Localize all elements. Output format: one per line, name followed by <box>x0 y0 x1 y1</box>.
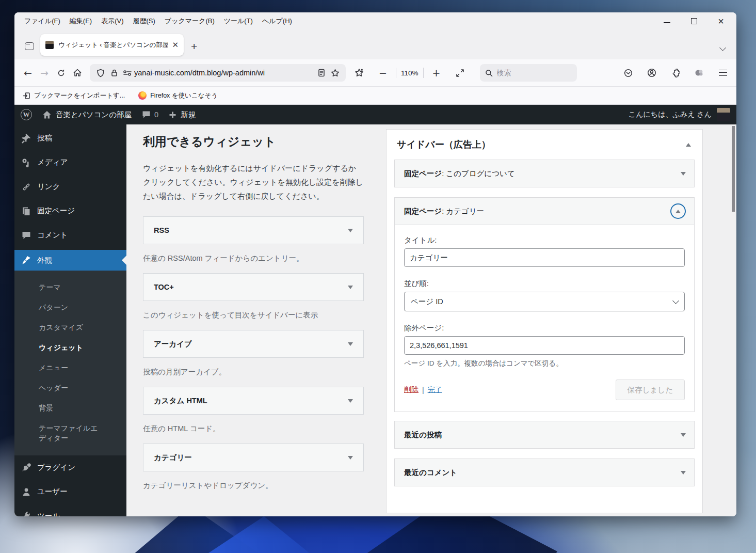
done-link[interactable]: 完了 <box>428 385 442 394</box>
collapse-toggle-focused[interactable] <box>670 203 686 219</box>
submenu-customize[interactable]: カスタマイズ <box>14 318 126 338</box>
comments-count: 0 <box>154 110 158 119</box>
menu-appearance[interactable]: 外観 <box>14 250 126 271</box>
menu-tools[interactable]: ツール(T) <box>219 14 258 28</box>
widget-card-categories[interactable]: カテゴリー <box>143 444 364 471</box>
minimize-button[interactable] <box>664 22 670 23</box>
menu-history[interactable]: 履歴(S) <box>128 14 160 28</box>
firefox-view-button[interactable] <box>22 38 37 54</box>
search-input[interactable] <box>497 69 564 77</box>
zoom-out-button[interactable]: − <box>375 65 391 81</box>
menu-comments[interactable]: コメント <box>14 223 126 247</box>
expand-arrow-icon[interactable] <box>348 286 353 289</box>
expand-arrow-icon[interactable] <box>348 456 353 460</box>
zoom-level-indicator[interactable]: 110% <box>401 69 419 77</box>
wp-logo-button[interactable]: W <box>21 109 32 120</box>
delete-link[interactable]: 削除 <box>404 385 419 394</box>
maximize-button[interactable] <box>691 18 697 24</box>
menu-media[interactable]: メディア <box>14 150 126 175</box>
widget-card-title: RSS <box>154 226 348 234</box>
bookmark-firefox-item[interactable]: Firefox を使いこなそう <box>138 91 218 100</box>
placed-widget-title: 固定ページ: カテゴリー <box>404 207 670 216</box>
new-tab-button[interactable]: + <box>191 40 197 53</box>
placed-widget-header[interactable]: 固定ページ: このブログについて <box>394 160 695 187</box>
back-button[interactable]: ← <box>20 65 36 81</box>
user-avatar[interactable] <box>717 108 730 121</box>
tracking-shield-icon[interactable] <box>94 66 107 80</box>
reload-button[interactable] <box>53 65 69 81</box>
extensions-button[interactable] <box>667 65 684 81</box>
permissions-icon[interactable] <box>121 66 134 80</box>
forward-button[interactable]: → <box>36 65 53 81</box>
submenu-themes[interactable]: テーマ <box>14 277 126 297</box>
submenu-theme-file-editor[interactable]: テーマファイルエディター <box>14 418 102 448</box>
expand-arrow-icon[interactable] <box>348 342 353 346</box>
new-content-button[interactable]: 新規 <box>169 110 196 120</box>
collapse-arrow-icon[interactable] <box>686 143 691 147</box>
placed-widget-header[interactable]: 最近のコメント <box>394 459 695 486</box>
menu-help[interactable]: ヘルプ(H) <box>258 14 297 28</box>
home-button[interactable] <box>69 65 86 81</box>
submenu-header[interactable]: ヘッダー <box>14 378 126 398</box>
search-box[interactable] <box>480 64 577 82</box>
widget-card-custom-html[interactable]: カスタム HTML <box>143 387 364 415</box>
expand-arrow-icon[interactable] <box>681 172 686 176</box>
active-tab[interactable]: ウィジェット ‹ 音楽とパソコンの部屋 – ✕ <box>40 34 184 56</box>
menu-edit[interactable]: 編集(E) <box>65 14 96 28</box>
placed-widget-title: 最近のコメント <box>404 468 681 478</box>
zoom-out-icon: − <box>379 67 387 78</box>
zoom-in-button[interactable]: + <box>428 65 445 81</box>
widget-card-desc: 投稿の月別アーカイブ。 <box>143 367 364 377</box>
bookmark-star-icon[interactable] <box>328 66 342 80</box>
exclude-pages-input[interactable] <box>404 336 685 355</box>
menu-pages[interactable]: 固定ページ <box>14 199 126 223</box>
fullscreen-button[interactable] <box>452 65 469 81</box>
placed-widget-header[interactable]: 固定ページ: カテゴリー <box>394 197 695 225</box>
bookmark-import-item[interactable]: ブックマークをインポートす... <box>23 91 125 100</box>
close-window-button[interactable]: × <box>718 18 724 25</box>
menu-file[interactable]: ファイル(F) <box>20 14 65 28</box>
lock-icon[interactable] <box>107 66 121 80</box>
sort-order-select[interactable]: ページ ID <box>404 292 685 311</box>
title-field-input[interactable] <box>404 248 685 267</box>
expand-arrow-icon[interactable] <box>681 433 686 437</box>
app-menu-button[interactable] <box>715 65 731 81</box>
expand-arrow-icon[interactable] <box>348 229 353 232</box>
url-bar[interactable]: yanai-music.com/dtm.blog/wp-admin/wi <box>90 64 346 82</box>
recent-bookmarks-button[interactable] <box>351 65 367 81</box>
menu-label: メディア <box>37 157 68 167</box>
menu-tools[interactable]: ツール <box>14 504 126 516</box>
menu-users[interactable]: ユーザー <box>14 480 126 504</box>
menu-links[interactable]: リンク <box>14 175 126 199</box>
widget-card-archives[interactable]: アーカイブ <box>143 330 364 358</box>
expand-arrow-icon[interactable] <box>681 471 686 475</box>
widget-card-toc[interactable]: TOC+ <box>143 273 364 301</box>
submenu-background[interactable]: 背景 <box>14 398 126 418</box>
widgets-page-content: 利用できるウィジェット ウィジェットを有効化するにはサイドバーにドラッグするかク… <box>126 124 736 516</box>
page-scrollbar[interactable] <box>732 126 735 212</box>
submenu-patterns[interactable]: パターン <box>14 297 126 318</box>
pocket-button[interactable] <box>620 65 636 81</box>
menu-plugins[interactable]: プラグイン <box>14 455 126 480</box>
menu-view[interactable]: 表示(V) <box>96 14 128 28</box>
extension-blob-button[interactable] <box>691 65 707 81</box>
placed-widget-header[interactable]: 最近の投稿 <box>394 421 695 449</box>
tab-close-icon[interactable]: ✕ <box>172 40 179 50</box>
comments-button[interactable]: 0 <box>142 110 158 119</box>
navigation-toolbar: ← → <box>14 59 736 87</box>
pages-icon <box>21 206 31 216</box>
account-button[interactable] <box>644 65 660 81</box>
reader-view-icon[interactable] <box>315 66 328 80</box>
expand-arrow-icon[interactable] <box>348 399 353 403</box>
sidebar-panel-header[interactable]: サイドバー（広告上） <box>387 130 702 160</box>
user-greeting[interactable]: こんにちは、ふみえ さん <box>629 110 712 119</box>
visit-site-link[interactable]: 音楽とパソコンの部屋 <box>42 110 132 120</box>
submenu-menus[interactable]: メニュー <box>14 358 126 378</box>
list-all-tabs-button[interactable] <box>720 43 725 52</box>
widget-card-rss[interactable]: RSS <box>143 216 364 244</box>
widget-settings-form: タイトル: 並び順: ページ ID 除外ページ: ページ ID を入力。複数の場… <box>394 225 695 412</box>
media-icon <box>21 157 31 168</box>
menu-bookmarks[interactable]: ブックマーク(B) <box>160 14 219 28</box>
submenu-widgets[interactable]: ウィジェット <box>14 338 126 358</box>
menu-posts[interactable]: 投稿 <box>14 126 126 150</box>
